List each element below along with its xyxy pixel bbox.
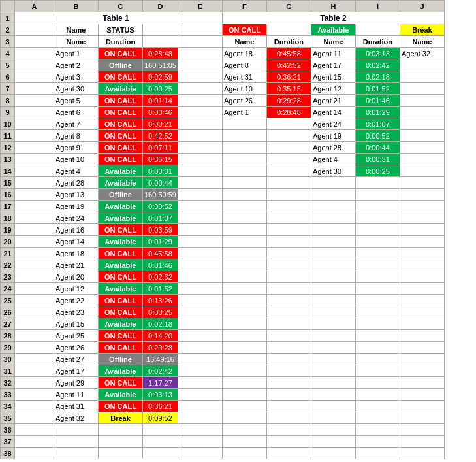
t2-oncall-duration (266, 306, 311, 318)
cell-a (15, 259, 54, 271)
t1-agent-status: ON CALL (99, 248, 143, 259)
t2-oncall-name (222, 377, 266, 389)
empty-cell (222, 448, 266, 459)
t2-avail-duration (355, 248, 400, 259)
t2-oncall-duration (266, 295, 311, 306)
t2-oncall-name (222, 412, 266, 424)
t1-agent-duration: 160:50:59 (143, 189, 178, 201)
t1-agent-duration: 0:01:07 (143, 212, 178, 224)
t1-agent-name: Agent 25 (54, 330, 99, 342)
t2-avail-duration (355, 401, 400, 412)
empty-cell (355, 448, 400, 459)
col-e: E (178, 1, 222, 12)
t2-break-name (400, 236, 444, 248)
t2-avail-duration (355, 283, 400, 295)
cell-a (15, 107, 54, 118)
t2-oncall-dur-header: Duration (266, 36, 311, 48)
t2-avail-duration: 0:00:31 (355, 154, 400, 165)
table-row: 24Agent 12Available0:01:52 (1, 283, 445, 295)
table-row: 31Agent 17Available0:02:42 (1, 365, 445, 377)
cell-e (178, 201, 222, 212)
t2-oncall-duration (266, 342, 311, 354)
t2-break-name: Agent 32 (400, 48, 444, 59)
empty-cell (311, 424, 355, 436)
t2-oncall-duration (266, 248, 311, 259)
t1-agent-name: Agent 29 (54, 377, 99, 389)
t2-oncall-name (222, 165, 266, 177)
r2-d (143, 24, 178, 36)
t2-oncall-duration (266, 224, 311, 236)
t1-agent-name: Agent 17 (54, 365, 99, 377)
empty-cell (355, 424, 400, 436)
table-row: 6Agent 3ON CALL0:02:59Agent 310:36:21Age… (1, 71, 445, 83)
t1-agent-status: ON CALL (99, 330, 143, 342)
t2-oncall-duration (266, 283, 311, 295)
t2-break-name (400, 330, 444, 342)
row-number: 3 (1, 36, 15, 48)
t2-avail-name (311, 224, 355, 236)
r2-e (178, 24, 222, 36)
row-number: 21 (1, 248, 15, 259)
cell-e (178, 236, 222, 248)
t1-agent-status: Offline (99, 189, 143, 201)
cell-a (15, 154, 54, 165)
t1-agent-name: Agent 4 (54, 165, 99, 177)
t2-avail-name (311, 259, 355, 271)
t1-agent-status: Available (99, 318, 143, 330)
row-number: 18 (1, 212, 15, 224)
t2-oncall-name (222, 354, 266, 365)
t2-break-name (400, 377, 444, 389)
t1-agent-status: Available (99, 365, 143, 377)
t2-avail-dur-header: Duration (355, 36, 400, 48)
cell-e (178, 118, 222, 130)
table-row: 8Agent 5ON CALL0:01:14Agent 260:29:28Age… (1, 95, 445, 107)
t2-oncall-name (222, 365, 266, 377)
empty-cell (266, 448, 311, 459)
cell-a (15, 224, 54, 236)
col-header-row: A B C D E F G H I J (1, 1, 445, 12)
t2-avail-duration: 0:01:07 (355, 118, 400, 130)
cell-a (15, 377, 54, 389)
t2-oncall-name (222, 224, 266, 236)
empty-cell (54, 448, 99, 459)
t1-agent-duration: 0:36:21 (143, 401, 178, 412)
t1-agent-name: Agent 24 (54, 212, 99, 224)
t2-avail-duration (355, 342, 400, 354)
t2-oncall-duration: 0:35:15 (266, 83, 311, 95)
t2-oncall-duration (266, 259, 311, 271)
t2-oncall-name (222, 236, 266, 248)
t2-avail-duration (355, 236, 400, 248)
cell-a (15, 389, 54, 401)
t2-avail-name (311, 401, 355, 412)
t1-agent-name: Agent 8 (54, 130, 99, 142)
t2-avail-duration (355, 212, 400, 224)
t2-avail-name (311, 318, 355, 330)
cell-e (178, 142, 222, 154)
t2-break-name (400, 154, 444, 165)
t1-agent-name: Agent 14 (54, 236, 99, 248)
t1-agent-duration: 0:00:52 (143, 201, 178, 212)
t2-break-name (400, 295, 444, 306)
cell-a (15, 83, 54, 95)
row-number: 16 (1, 189, 15, 201)
t1-agent-name: Agent 1 (54, 48, 99, 59)
t1-agent-name: Agent 26 (54, 342, 99, 354)
table-row: 32Agent 29ON CALL1:17:27 (1, 377, 445, 389)
t2-avail-duration (355, 318, 400, 330)
empty-cell (15, 424, 54, 436)
table-row: 5Agent 2Offline160:51:05Agent 80:42:52Ag… (1, 59, 445, 71)
t1-agent-status: ON CALL (99, 71, 143, 83)
cell-e (178, 59, 222, 71)
row-number: 10 (1, 118, 15, 130)
empty-cell (355, 436, 400, 448)
t2-oncall-name: Agent 31 (222, 71, 266, 83)
t2-oncall-name (222, 177, 266, 189)
t2-break-name (400, 306, 444, 318)
t1-agent-duration: 0:01:52 (143, 283, 178, 295)
cell-a (15, 412, 54, 424)
row-number: 5 (1, 59, 15, 71)
t2-avail-name (311, 342, 355, 354)
table-row: 15Agent 28Available0:00:44 (1, 177, 445, 189)
table-row: 34Agent 31ON CALL0:36:21 (1, 401, 445, 412)
cell-a (15, 354, 54, 365)
